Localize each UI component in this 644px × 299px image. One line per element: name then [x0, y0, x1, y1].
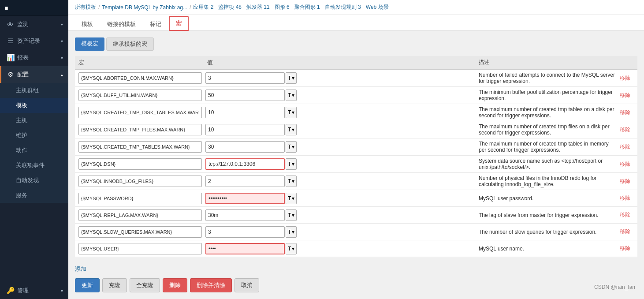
sidebar-item-assets[interactable]: ☰ 资产记录 ▾: [0, 33, 68, 49]
type-select-button[interactable]: T ▾: [286, 209, 297, 221]
macro-value-input[interactable]: [205, 124, 285, 135]
breadcrumb-web[interactable]: Web 场景: [366, 4, 389, 11]
breadcrumb-monitor-items[interactable]: 监控项 48: [218, 4, 242, 11]
delete-clear-button[interactable]: 删除并清除: [190, 278, 232, 292]
sidebar-item-discover[interactable]: 自动发现: [0, 173, 68, 188]
macro-key-input[interactable]: [78, 72, 202, 84]
header-action: [616, 59, 634, 67]
chevron-down-icon: ▾: [292, 246, 294, 252]
sidebar-item-manage[interactable]: 🔑 管理 ▾: [0, 282, 68, 299]
macro-value-cell: T ▾: [202, 243, 475, 254]
macro-value-input[interactable]: [205, 243, 285, 254]
sidebar-item-config[interactable]: ⚙ 配置 ▴: [0, 66, 68, 83]
type-select-button[interactable]: T ▾: [286, 193, 297, 204]
clone-button[interactable]: 克隆: [102, 278, 127, 292]
tab-macro[interactable]: 宏: [169, 16, 189, 31]
macro-key-input[interactable]: [78, 90, 202, 101]
macro-value-input[interactable]: [205, 107, 285, 118]
breadcrumb-graphs[interactable]: 图形 6: [275, 4, 290, 11]
type-select-button[interactable]: T ▾: [286, 226, 297, 238]
tab-template[interactable]: 模板: [75, 17, 100, 31]
breadcrumb-all-templates[interactable]: 所有模板: [75, 4, 96, 11]
delete-button[interactable]: 删除: [163, 278, 187, 292]
type-select-button[interactable]: T ▾: [286, 243, 297, 254]
remove-link[interactable]: 移除: [620, 228, 630, 235]
macro-key-input[interactable]: [78, 107, 202, 118]
macro-key-input[interactable]: [78, 124, 202, 135]
macro-value-input[interactable]: [205, 72, 285, 84]
logo-text: ■: [4, 4, 8, 11]
type-select-button[interactable]: T ▾: [286, 90, 297, 101]
update-button[interactable]: 更新: [75, 278, 100, 292]
remove-link[interactable]: 移除: [620, 212, 630, 218]
macro-desc-text: The number of slow queries for trigger e…: [479, 229, 596, 235]
remove-link[interactable]: 移除: [620, 245, 630, 251]
macro-desc-text: Number of failed attempts to connect to …: [479, 72, 615, 84]
macro-action-cell: 移除: [616, 194, 634, 202]
macro-value-input[interactable]: [205, 226, 285, 238]
tab-tags[interactable]: 标记: [143, 17, 168, 31]
cancel-button[interactable]: 取消: [235, 278, 259, 292]
breadcrumb-autodiscover[interactable]: 自动发现规则 3: [325, 4, 361, 11]
remove-link[interactable]: 移除: [620, 178, 630, 184]
sidebar-item-template[interactable]: 模板: [0, 98, 68, 113]
sidebar-item-action[interactable]: 动作: [0, 143, 68, 158]
macro-key-input[interactable]: [78, 158, 202, 170]
table-row: T ▾ MySQL user password. 移除: [75, 190, 637, 207]
chevron-down-icon: ▾: [61, 39, 63, 44]
sidebar-item-service[interactable]: 服务: [0, 188, 68, 203]
remove-link[interactable]: 移除: [620, 144, 630, 150]
macro-value-input[interactable]: [205, 209, 285, 221]
macro-value-input[interactable]: [205, 158, 285, 170]
type-select-button[interactable]: T ▾: [286, 158, 297, 170]
macro-key-input[interactable]: [78, 176, 202, 187]
macro-value-input[interactable]: [205, 90, 285, 101]
type-select-button[interactable]: T ▾: [286, 141, 297, 153]
remove-link[interactable]: 移除: [620, 75, 630, 81]
macro-key-cell: [78, 158, 202, 170]
tab-linked[interactable]: 链接的模板: [101, 17, 142, 31]
breadcrumb-agg-graphs[interactable]: 聚合图形 1: [294, 4, 320, 11]
chevron-down-icon: ▾: [61, 22, 63, 27]
sidebar-item-hostgroup[interactable]: 主机群组: [0, 83, 68, 98]
table-row: T ▾ Number of physical files in the Inno…: [75, 173, 637, 190]
remove-link[interactable]: 移除: [620, 92, 630, 98]
type-select-button[interactable]: T ▾: [286, 176, 297, 187]
breadcrumb-triggers[interactable]: 触发器 11: [246, 4, 270, 11]
macro-desc-text: System data source name such as <tcp://h…: [479, 158, 603, 170]
header-desc: 描述: [475, 59, 616, 67]
breadcrumb-template-name[interactable]: Template DB MySQL by Zabbix ag...: [102, 4, 187, 11]
sub-tab-template-macro[interactable]: 模板宏: [75, 37, 104, 51]
type-select-button[interactable]: T ▾: [286, 72, 297, 84]
macro-key-input[interactable]: [78, 243, 202, 254]
macro-key-input[interactable]: [78, 209, 202, 221]
remove-link[interactable]: 移除: [620, 195, 630, 201]
macro-value-input[interactable]: [205, 193, 285, 204]
macro-key-input[interactable]: [78, 226, 202, 238]
add-macro-link[interactable]: 添加: [75, 265, 86, 273]
sub-tab-inherited-macro[interactable]: 继承模板的宏: [106, 37, 154, 51]
macro-key-cell: [78, 226, 202, 238]
macro-desc-cell: The maximum number of created tmp files …: [475, 123, 616, 136]
sidebar-item-host[interactable]: 主机: [0, 113, 68, 128]
chevron-down-icon: ▾: [61, 288, 63, 293]
sidebar-item-corr[interactable]: 关联项事件: [0, 158, 68, 173]
sidebar-item-maintain[interactable]: 维护: [0, 128, 68, 143]
macro-value-input[interactable]: [205, 176, 285, 187]
macro-action-cell: 移除: [616, 92, 634, 99]
table-row: T ▾ Number of failed attempts to connect…: [75, 70, 637, 87]
remove-link[interactable]: 移除: [620, 109, 630, 116]
type-select-button[interactable]: T ▾: [286, 107, 297, 118]
remove-link[interactable]: 移除: [620, 161, 630, 167]
remove-link[interactable]: 移除: [620, 127, 630, 133]
type-select-button[interactable]: T ▾: [286, 124, 297, 135]
macro-action-cell: 移除: [616, 143, 634, 151]
macro-key-input[interactable]: [78, 141, 202, 153]
sidebar-item-reports[interactable]: 📊 报表 ▾: [0, 49, 68, 66]
breadcrumb-bar: 所有模板 / Template DB MySQL by Zabbix ag...…: [68, 0, 644, 15]
sidebar-item-monitor[interactable]: 👁 监测 ▾: [0, 16, 68, 33]
macro-value-input[interactable]: [205, 141, 285, 153]
breadcrumb-appset[interactable]: 应用集 2: [193, 4, 213, 11]
macro-key-input[interactable]: [78, 193, 202, 204]
full-clone-button[interactable]: 全克隆: [130, 278, 160, 292]
